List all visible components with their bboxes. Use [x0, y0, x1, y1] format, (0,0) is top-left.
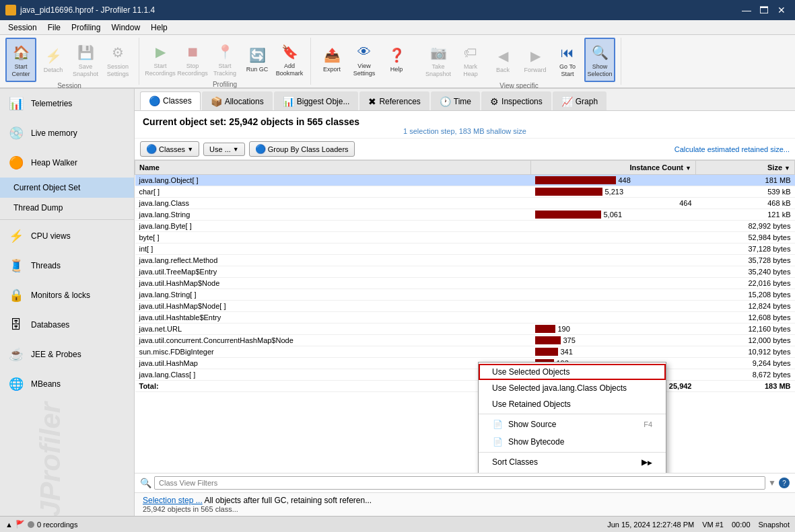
- forward-button[interactable]: ▶ Forward: [520, 42, 551, 77]
- save-snapshot-button[interactable]: 💾 SaveSnapshot: [70, 38, 101, 81]
- table-row[interactable]: java.util.TreeMap$Entry 35,240 bytes: [135, 266, 795, 278]
- sidebar-item-jee-probes[interactable]: ☕ JEE & Probes: [0, 340, 134, 369]
- back-button[interactable]: ◀ Back: [487, 42, 518, 77]
- table-body: java.lang.Object[ ] 448 181 MB char[ ] 5…: [135, 175, 795, 392]
- selection-step-link[interactable]: Selection step ...: [143, 496, 203, 505]
- run-gc-button[interactable]: 🔄 Run GC: [242, 41, 273, 77]
- jee-probes-label: JEE & Probes: [31, 350, 81, 359]
- tab-biggest-objects[interactable]: 📊 Biggest Obje...: [274, 91, 359, 110]
- table-row[interactable]: java.lang.Class[ ] 338 8,672 bytes: [135, 369, 795, 381]
- mark-heap-label: MarkHeap: [463, 63, 478, 78]
- cm-use-selected-objects[interactable]: Use Selected Objects: [479, 364, 666, 380]
- show-source-shortcut: F4: [644, 420, 652, 428]
- row-count: [531, 301, 696, 312]
- table-row[interactable]: java.util.concurrent.ConcurrentHashMap$N…: [135, 335, 795, 346]
- mark-heap-icon: 🏷: [460, 42, 481, 63]
- table-row[interactable]: byte[ ] 52,984 bytes: [135, 232, 795, 243]
- table-row[interactable]: java.util.HashMap$Node 22,016 bytes: [135, 278, 795, 289]
- sidebar-item-databases[interactable]: 🗄 Databases: [0, 310, 134, 340]
- cm-show-source[interactable]: 📄 Show Source F4: [479, 416, 666, 433]
- menu-file[interactable]: File: [42, 22, 66, 34]
- cm-find[interactable]: 🔍 Find Ctrl-F: [479, 470, 666, 473]
- tab-time[interactable]: 🕐 Time: [431, 91, 480, 110]
- tab-inspections[interactable]: ⚙ Inspections: [481, 91, 551, 110]
- table-row[interactable]: char[ ] 5,213 539 kB: [135, 186, 795, 198]
- classes-dropdown-button[interactable]: 🔵 Classes ▼: [140, 141, 199, 157]
- session-settings-button[interactable]: ⚙ SessionSettings: [102, 38, 133, 81]
- row-count: 5,213: [531, 186, 696, 198]
- databases-icon: 🗄: [7, 315, 26, 334]
- recording-indicator: [28, 521, 34, 528]
- sidebar-item-live-memory[interactable]: 💿 Live memory: [0, 118, 134, 148]
- sidebar-item-cpu-views[interactable]: ⚡ CPU views: [0, 221, 134, 251]
- help-button[interactable]: ❓ Help: [381, 41, 412, 77]
- cm-show-bytecode[interactable]: 📄 Show Bytecode: [479, 433, 666, 451]
- table-row[interactable]: java.util.Hashtable$Entry 12,608 bytes: [135, 312, 795, 324]
- sidebar-item-mbeans[interactable]: 🌐 MBeans: [0, 369, 134, 399]
- use-dropdown-button[interactable]: Use ... ▼: [203, 143, 245, 156]
- class-view-filter-input[interactable]: [154, 476, 765, 490]
- cm-separator-1: [479, 414, 666, 414]
- table-row[interactable]: java.util.HashMap$Node[ ] 12,824 bytes: [135, 301, 795, 312]
- snapshot-status-label: Snapshot: [759, 521, 790, 529]
- time-tab-icon: 🕐: [440, 96, 451, 107]
- table-row[interactable]: java.lang.String[ ] 15,208 bytes: [135, 289, 795, 301]
- table-row[interactable]: java.lang.Class 464 468 kB: [135, 198, 795, 209]
- sidebar-item-heap-walker[interactable]: 🟠 Heap Walker: [0, 148, 134, 178]
- table-row[interactable]: sun.misc.FDBigInteger 341 10,912 bytes: [135, 346, 795, 358]
- show-selection-button[interactable]: 🔍 ShowSelection: [584, 38, 615, 82]
- add-bookmark-button[interactable]: 🔖 AddBookmark: [274, 38, 305, 81]
- add-bookmark-icon: 🔖: [279, 41, 300, 63]
- table-row[interactable]: int[ ] 37,128 bytes: [135, 243, 795, 255]
- stop-recordings-button[interactable]: ⏹ StopRecordings: [177, 38, 208, 81]
- tab-allocations[interactable]: 📦 Allocations: [202, 91, 273, 110]
- menu-help[interactable]: Help: [145, 22, 173, 34]
- menu-session[interactable]: Session: [3, 22, 42, 34]
- calculate-retained-size-link[interactable]: Calculate estimated retained size...: [675, 145, 790, 153]
- table-row[interactable]: java.net.URL 190 12,160 bytes: [135, 324, 795, 335]
- view-settings-button[interactable]: 👁 ViewSettings: [349, 38, 380, 81]
- start-center-button[interactable]: 🏠 StartCenter: [5, 38, 36, 82]
- table-row[interactable]: java.lang.String 5,061 121 kB: [135, 209, 795, 221]
- filter-dropdown-arrow[interactable]: ▼: [768, 478, 776, 488]
- table-row[interactable]: java.util.HashMap 193 9,264 bytes: [135, 358, 795, 369]
- mark-heap-button[interactable]: 🏷 MarkHeap: [455, 38, 486, 81]
- table-row[interactable]: java.lang.Byte[ ] 82,992 bytes: [135, 221, 795, 232]
- detach-button[interactable]: ⚡ Detach: [38, 42, 69, 77]
- menu-window[interactable]: Window: [106, 22, 145, 34]
- profiling-buttons: ▶ StartRecordings ⏹ StopRecordings 📍 Sta…: [145, 38, 305, 81]
- sidebar-item-monitors-locks[interactable]: 🔒 Monitors & locks: [0, 280, 134, 310]
- table-row[interactable]: java.lang.Object[ ] 448 181 MB: [135, 175, 795, 186]
- row-count: [531, 289, 696, 301]
- start-tracking-label: StartTracking: [213, 63, 236, 77]
- maximize-button[interactable]: 🗖: [756, 3, 772, 17]
- cm-sort-classes[interactable]: Sort Classes ▶: [479, 454, 666, 470]
- tab-classes[interactable]: 🔵 Classes: [140, 91, 201, 110]
- group-by-class-loaders-button[interactable]: 🔵 Group By Class Loaders: [249, 141, 355, 157]
- cm-use-retained-objects[interactable]: Use Retained Objects: [479, 396, 666, 412]
- row-name: java.lang.String[ ]: [135, 289, 531, 301]
- export-button[interactable]: 📤 Export: [316, 41, 347, 77]
- minimize-button[interactable]: —: [738, 3, 755, 17]
- mbeans-icon: 🌐: [7, 375, 26, 393]
- show-selection-icon: 🔍: [589, 42, 611, 63]
- row-size: 12,608 bytes: [696, 312, 795, 324]
- run-gc-icon: 🔄: [246, 44, 268, 66]
- sidebar-item-telemetries[interactable]: 📊 Telemetries: [0, 89, 134, 118]
- tab-graph[interactable]: 📈 Graph: [553, 91, 607, 110]
- menu-profiling[interactable]: Profiling: [66, 22, 106, 34]
- tab-references[interactable]: ✖ References: [359, 91, 429, 110]
- start-recordings-button[interactable]: ▶ StartRecordings: [145, 38, 176, 81]
- sidebar-item-current-object-set[interactable]: Current Object Set: [0, 178, 134, 198]
- cm-use-selected-class-objects[interactable]: Use Selected java.lang.Class Objects: [479, 380, 666, 396]
- go-to-start-button[interactable]: ⏮ Go ToStart: [552, 38, 583, 81]
- take-snapshot-button[interactable]: 📷 TakeSnapshot: [423, 38, 454, 81]
- start-tracking-button[interactable]: 📍 StartTracking: [209, 38, 240, 81]
- cm-separator-2: [479, 452, 666, 453]
- close-button[interactable]: ✕: [773, 3, 790, 17]
- sidebar-item-threads[interactable]: 🧵 Threads: [0, 251, 134, 280]
- sidebar-item-thread-dump[interactable]: Thread Dump: [0, 198, 134, 218]
- export-icon: 📤: [321, 44, 343, 66]
- table-row[interactable]: java.lang.reflect.Method 35,728 bytes: [135, 255, 795, 266]
- recordings-count: 0 recordings: [37, 521, 78, 529]
